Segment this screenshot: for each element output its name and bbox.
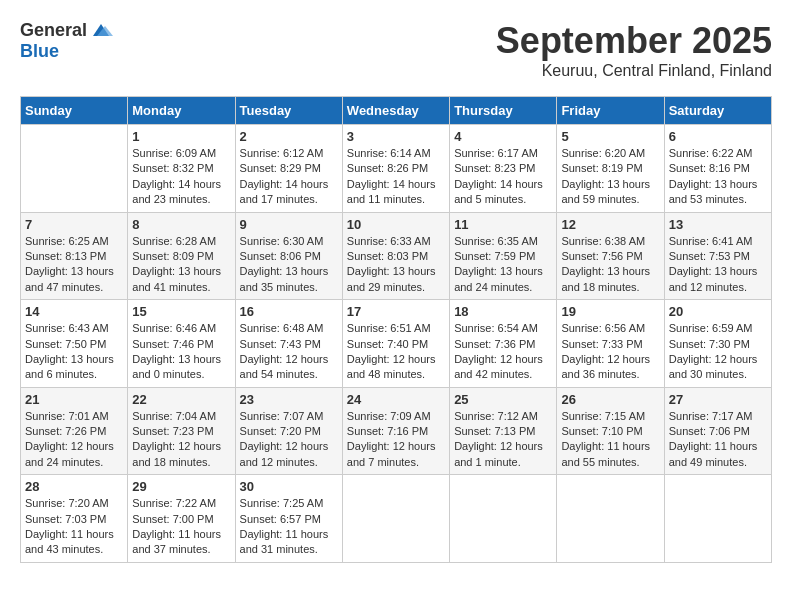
table-row: 24Sunrise: 7:09 AMSunset: 7:16 PMDayligh… [342, 387, 449, 475]
header-monday: Monday [128, 97, 235, 125]
table-row: 4Sunrise: 6:17 AMSunset: 8:23 PMDaylight… [450, 125, 557, 213]
table-row: 27Sunrise: 7:17 AMSunset: 7:06 PMDayligh… [664, 387, 771, 475]
day-info: Sunrise: 6:46 AMSunset: 7:46 PMDaylight:… [132, 321, 230, 383]
day-info: Sunrise: 6:51 AMSunset: 7:40 PMDaylight:… [347, 321, 445, 383]
day-info: Sunrise: 6:59 AMSunset: 7:30 PMDaylight:… [669, 321, 767, 383]
day-number: 11 [454, 217, 552, 232]
table-row: 26Sunrise: 7:15 AMSunset: 7:10 PMDayligh… [557, 387, 664, 475]
day-info: Sunrise: 6:30 AMSunset: 8:06 PMDaylight:… [240, 234, 338, 296]
day-number: 5 [561, 129, 659, 144]
day-number: 29 [132, 479, 230, 494]
day-info: Sunrise: 7:25 AMSunset: 6:57 PMDaylight:… [240, 496, 338, 558]
day-number: 7 [25, 217, 123, 232]
day-info: Sunrise: 6:12 AMSunset: 8:29 PMDaylight:… [240, 146, 338, 208]
table-row: 15Sunrise: 6:46 AMSunset: 7:46 PMDayligh… [128, 300, 235, 388]
day-number: 12 [561, 217, 659, 232]
logo-blue: Blue [20, 41, 59, 62]
day-number: 17 [347, 304, 445, 319]
day-number: 27 [669, 392, 767, 407]
table-row: 9Sunrise: 6:30 AMSunset: 8:06 PMDaylight… [235, 212, 342, 300]
calendar-week-row: 28Sunrise: 7:20 AMSunset: 7:03 PMDayligh… [21, 475, 772, 563]
header-thursday: Thursday [450, 97, 557, 125]
day-number: 18 [454, 304, 552, 319]
day-info: Sunrise: 7:20 AMSunset: 7:03 PMDaylight:… [25, 496, 123, 558]
table-row: 16Sunrise: 6:48 AMSunset: 7:43 PMDayligh… [235, 300, 342, 388]
day-info: Sunrise: 6:25 AMSunset: 8:13 PMDaylight:… [25, 234, 123, 296]
calendar-week-row: 7Sunrise: 6:25 AMSunset: 8:13 PMDaylight… [21, 212, 772, 300]
day-info: Sunrise: 7:09 AMSunset: 7:16 PMDaylight:… [347, 409, 445, 471]
day-info: Sunrise: 6:43 AMSunset: 7:50 PMDaylight:… [25, 321, 123, 383]
day-number: 1 [132, 129, 230, 144]
logo-icon [89, 22, 113, 40]
day-number: 6 [669, 129, 767, 144]
day-info: Sunrise: 6:35 AMSunset: 7:59 PMDaylight:… [454, 234, 552, 296]
day-info: Sunrise: 6:38 AMSunset: 7:56 PMDaylight:… [561, 234, 659, 296]
day-number: 25 [454, 392, 552, 407]
logo-general: General [20, 20, 87, 41]
header-friday: Friday [557, 97, 664, 125]
day-number: 16 [240, 304, 338, 319]
month-title: September 2025 [496, 20, 772, 62]
day-number: 23 [240, 392, 338, 407]
table-row: 11Sunrise: 6:35 AMSunset: 7:59 PMDayligh… [450, 212, 557, 300]
table-row: 29Sunrise: 7:22 AMSunset: 7:00 PMDayligh… [128, 475, 235, 563]
day-number: 3 [347, 129, 445, 144]
day-number: 24 [347, 392, 445, 407]
table-row: 5Sunrise: 6:20 AMSunset: 8:19 PMDaylight… [557, 125, 664, 213]
day-info: Sunrise: 7:07 AMSunset: 7:20 PMDaylight:… [240, 409, 338, 471]
day-number: 21 [25, 392, 123, 407]
table-row: 23Sunrise: 7:07 AMSunset: 7:20 PMDayligh… [235, 387, 342, 475]
day-info: Sunrise: 6:28 AMSunset: 8:09 PMDaylight:… [132, 234, 230, 296]
table-row: 10Sunrise: 6:33 AMSunset: 8:03 PMDayligh… [342, 212, 449, 300]
calendar-week-row: 14Sunrise: 6:43 AMSunset: 7:50 PMDayligh… [21, 300, 772, 388]
calendar-header-row: Sunday Monday Tuesday Wednesday Thursday… [21, 97, 772, 125]
table-row [450, 475, 557, 563]
table-row: 2Sunrise: 6:12 AMSunset: 8:29 PMDaylight… [235, 125, 342, 213]
table-row: 17Sunrise: 6:51 AMSunset: 7:40 PMDayligh… [342, 300, 449, 388]
table-row: 22Sunrise: 7:04 AMSunset: 7:23 PMDayligh… [128, 387, 235, 475]
calendar: Sunday Monday Tuesday Wednesday Thursday… [20, 96, 772, 563]
day-info: Sunrise: 6:22 AMSunset: 8:16 PMDaylight:… [669, 146, 767, 208]
day-number: 10 [347, 217, 445, 232]
table-row: 14Sunrise: 6:43 AMSunset: 7:50 PMDayligh… [21, 300, 128, 388]
day-info: Sunrise: 6:14 AMSunset: 8:26 PMDaylight:… [347, 146, 445, 208]
day-number: 8 [132, 217, 230, 232]
table-row: 7Sunrise: 6:25 AMSunset: 8:13 PMDaylight… [21, 212, 128, 300]
day-info: Sunrise: 6:17 AMSunset: 8:23 PMDaylight:… [454, 146, 552, 208]
calendar-week-row: 1Sunrise: 6:09 AMSunset: 8:32 PMDaylight… [21, 125, 772, 213]
day-info: Sunrise: 6:48 AMSunset: 7:43 PMDaylight:… [240, 321, 338, 383]
day-number: 22 [132, 392, 230, 407]
table-row: 3Sunrise: 6:14 AMSunset: 8:26 PMDaylight… [342, 125, 449, 213]
table-row [664, 475, 771, 563]
table-row: 30Sunrise: 7:25 AMSunset: 6:57 PMDayligh… [235, 475, 342, 563]
day-info: Sunrise: 7:12 AMSunset: 7:13 PMDaylight:… [454, 409, 552, 471]
table-row [557, 475, 664, 563]
day-info: Sunrise: 6:33 AMSunset: 8:03 PMDaylight:… [347, 234, 445, 296]
day-number: 30 [240, 479, 338, 494]
header-wednesday: Wednesday [342, 97, 449, 125]
table-row [21, 125, 128, 213]
day-number: 15 [132, 304, 230, 319]
day-number: 4 [454, 129, 552, 144]
day-number: 26 [561, 392, 659, 407]
day-number: 19 [561, 304, 659, 319]
table-row: 20Sunrise: 6:59 AMSunset: 7:30 PMDayligh… [664, 300, 771, 388]
day-info: Sunrise: 6:09 AMSunset: 8:32 PMDaylight:… [132, 146, 230, 208]
day-info: Sunrise: 7:04 AMSunset: 7:23 PMDaylight:… [132, 409, 230, 471]
header-tuesday: Tuesday [235, 97, 342, 125]
day-number: 13 [669, 217, 767, 232]
page-header: General Blue September 2025 Keuruu, Cent… [20, 20, 772, 80]
location: Keuruu, Central Finland, Finland [496, 62, 772, 80]
table-row: 13Sunrise: 6:41 AMSunset: 7:53 PMDayligh… [664, 212, 771, 300]
day-info: Sunrise: 6:56 AMSunset: 7:33 PMDaylight:… [561, 321, 659, 383]
table-row: 18Sunrise: 6:54 AMSunset: 7:36 PMDayligh… [450, 300, 557, 388]
logo: General Blue [20, 20, 113, 62]
day-info: Sunrise: 6:20 AMSunset: 8:19 PMDaylight:… [561, 146, 659, 208]
day-info: Sunrise: 6:54 AMSunset: 7:36 PMDaylight:… [454, 321, 552, 383]
table-row: 19Sunrise: 6:56 AMSunset: 7:33 PMDayligh… [557, 300, 664, 388]
day-number: 2 [240, 129, 338, 144]
table-row: 1Sunrise: 6:09 AMSunset: 8:32 PMDaylight… [128, 125, 235, 213]
table-row [342, 475, 449, 563]
table-row: 21Sunrise: 7:01 AMSunset: 7:26 PMDayligh… [21, 387, 128, 475]
day-info: Sunrise: 7:22 AMSunset: 7:00 PMDaylight:… [132, 496, 230, 558]
